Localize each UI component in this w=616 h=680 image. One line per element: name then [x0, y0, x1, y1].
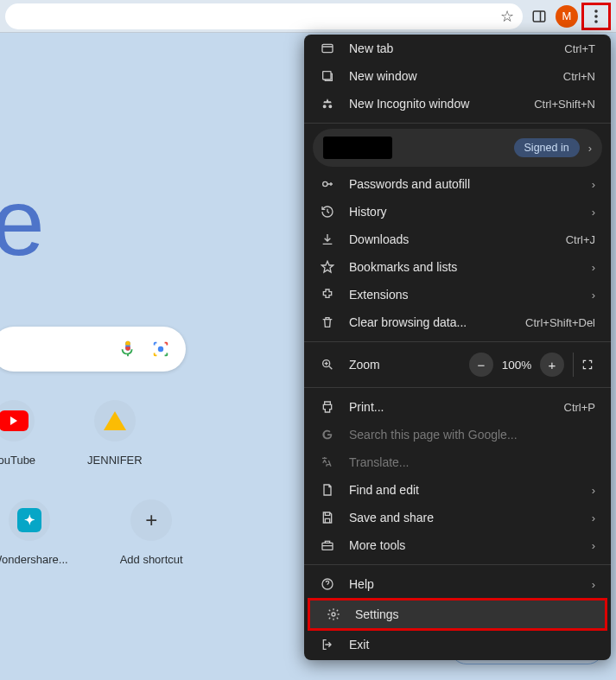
- history-icon: [320, 205, 335, 219]
- profile-name-redacted: [323, 137, 392, 159]
- menu-save-share[interactable]: Save and share ›: [304, 504, 611, 531]
- signed-in-badge: Signed in: [514, 138, 580, 157]
- menu-label: Settings: [355, 607, 589, 621]
- plus-icon: +: [145, 508, 157, 532]
- drive-icon: [104, 411, 126, 430]
- chevron-right-icon: ›: [592, 206, 595, 219]
- chevron-right-icon: ›: [592, 484, 595, 497]
- menu-translate: Translate...: [304, 448, 611, 476]
- shortcut-add[interactable]: + Add shortcut: [120, 499, 183, 566]
- extension-icon: [320, 288, 335, 302]
- star-icon: [320, 260, 335, 274]
- menu-accel: Ctrl+Shift+N: [534, 98, 595, 111]
- menu-separator: [304, 341, 611, 342]
- zoom-value: 100%: [499, 359, 535, 372]
- menu-new-tab[interactable]: New tab Ctrl+T: [304, 35, 611, 62]
- menu-downloads[interactable]: Downloads Ctrl+J: [304, 226, 611, 253]
- menu-label: Find and edit: [349, 483, 592, 497]
- fullscreen-button[interactable]: [573, 353, 600, 377]
- menu-new-incognito[interactable]: New Incognito window Ctrl+Shift+N: [304, 90, 611, 118]
- search-bar[interactable]: [0, 327, 186, 372]
- menu-accel: Ctrl+P: [564, 401, 595, 414]
- menu-search-page: Search this page with Google...: [304, 421, 611, 448]
- lens-icon[interactable]: [151, 340, 170, 359]
- svg-rect-0: [533, 11, 545, 22]
- translate-icon: [320, 455, 335, 469]
- browser-toolbar: ☆ M: [0, 0, 616, 33]
- menu-extensions[interactable]: Extensions ›: [304, 281, 611, 308]
- chevron-right-icon: ›: [588, 142, 592, 155]
- svg-rect-6: [322, 44, 333, 52]
- menu-passwords[interactable]: Passwords and autofill ›: [304, 170, 611, 198]
- chrome-menu: New tab Ctrl+T New window Ctrl+N New Inc…: [304, 35, 611, 660]
- menu-settings[interactable]: Settings: [310, 601, 605, 628]
- menu-label: More tools: [349, 538, 592, 552]
- menu-accel: Ctrl+J: [566, 233, 595, 246]
- svg-point-3: [594, 15, 598, 18]
- document-icon: [320, 483, 335, 497]
- kebab-menu-button[interactable]: [581, 3, 611, 30]
- shortcut-label: Wondershare...: [0, 553, 68, 566]
- menu-new-window[interactable]: New window Ctrl+N: [304, 62, 611, 90]
- print-icon: [320, 400, 335, 414]
- chevron-right-icon: ›: [592, 512, 595, 524]
- profile-avatar[interactable]: M: [556, 5, 578, 28]
- shortcuts-row-1: YouTube JENNIFER: [0, 400, 143, 467]
- star-icon[interactable]: ☆: [500, 7, 514, 26]
- menu-bookmarks[interactable]: Bookmarks and lists ›: [304, 253, 611, 281]
- menu-find-edit[interactable]: Find and edit ›: [304, 476, 611, 504]
- menu-help[interactable]: Help ›: [304, 570, 611, 598]
- zoom-in-button[interactable]: +: [540, 353, 564, 377]
- menu-label: History: [349, 205, 592, 219]
- menu-separator: [304, 387, 611, 388]
- zoom-icon: [320, 358, 335, 372]
- chevron-right-icon: ›: [592, 578, 595, 591]
- svg-rect-8: [323, 72, 331, 79]
- youtube-icon: [0, 410, 29, 431]
- menu-accel: Ctrl+T: [564, 42, 595, 55]
- menu-print[interactable]: Print... Ctrl+P: [304, 393, 611, 421]
- trash-icon: [320, 315, 335, 329]
- menu-label: Print...: [349, 400, 564, 414]
- menu-label: Downloads: [349, 232, 566, 246]
- chevron-right-icon: ›: [592, 539, 595, 552]
- menu-more-tools[interactable]: More tools ›: [304, 531, 611, 559]
- menu-label: Save and share: [349, 511, 592, 524]
- svg-point-13: [332, 613, 335, 616]
- google-icon: [320, 428, 335, 442]
- chevron-right-icon: ›: [592, 261, 595, 274]
- menu-exit[interactable]: Exit: [304, 631, 611, 658]
- svg-point-9: [323, 181, 327, 186]
- menu-clear-browsing[interactable]: Clear browsing data... Ctrl+Shift+Del: [304, 308, 611, 336]
- toolbox-icon: [320, 538, 335, 552]
- menu-label: Help: [349, 577, 592, 591]
- side-panel-icon[interactable]: [526, 3, 552, 29]
- wondershare-icon: ✦: [17, 508, 41, 532]
- menu-history[interactable]: History ›: [304, 198, 611, 226]
- voice-search-icon[interactable]: [118, 340, 137, 359]
- shortcut-jennifer[interactable]: JENNIFER: [87, 400, 143, 467]
- shortcut-wondershare[interactable]: ✦ Wondershare...: [0, 499, 68, 566]
- menu-profile-row[interactable]: Signed in ›: [313, 129, 602, 167]
- shortcut-youtube[interactable]: YouTube: [0, 400, 35, 467]
- google-logo-fragment: le: [0, 167, 41, 276]
- omnibox[interactable]: ☆: [5, 3, 523, 29]
- menu-label: Clear browsing data...: [349, 315, 525, 329]
- help-icon: [320, 577, 335, 591]
- new-tab-icon: [320, 41, 335, 55]
- zoom-out-button[interactable]: −: [469, 353, 493, 377]
- menu-label: Exit: [349, 638, 595, 651]
- save-icon: [320, 511, 335, 524]
- incognito-icon: [320, 97, 335, 111]
- svg-point-5: [158, 346, 163, 352]
- menu-separator: [304, 564, 611, 565]
- menu-label: Extensions: [349, 288, 592, 302]
- settings-highlight: Settings: [308, 598, 607, 631]
- new-window-icon: [320, 69, 335, 83]
- svg-point-4: [594, 20, 598, 23]
- menu-label: Bookmarks and lists: [349, 260, 592, 274]
- menu-accel: Ctrl+N: [563, 70, 595, 83]
- menu-zoom: Zoom − 100% +: [304, 347, 611, 382]
- download-icon: [320, 232, 335, 246]
- key-icon: [320, 177, 335, 191]
